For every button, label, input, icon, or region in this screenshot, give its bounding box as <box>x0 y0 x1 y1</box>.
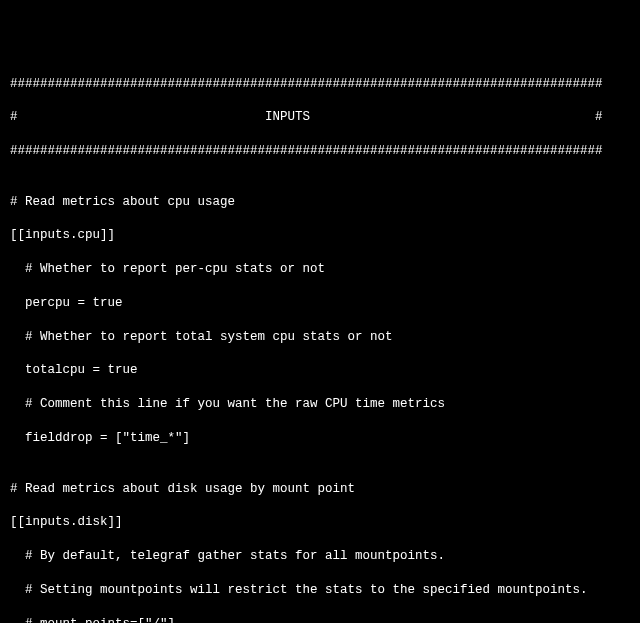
cpu-fielddrop: fielddrop = ["time_*"] <box>10 430 630 447</box>
cpu-percpu-comment: # Whether to report per-cpu stats or not <box>10 261 630 278</box>
cpu-totalcpu: totalcpu = true <box>10 362 630 379</box>
disk-comment: # Read metrics about disk usage by mount… <box>10 481 630 498</box>
cpu-totalcpu-comment: # Whether to report total system cpu sta… <box>10 329 630 346</box>
header-inputs: # INPUTS # <box>10 109 630 126</box>
disk-mountpoints: # mount_points=["/"] <box>10 616 630 624</box>
disk-mount-comment1: # By default, telegraf gather stats for … <box>10 548 630 565</box>
cpu-percpu: percpu = true <box>10 295 630 312</box>
cpu-fielddrop-comment: # Comment this line if you want the raw … <box>10 396 630 413</box>
disk-mount-comment2: # Setting mountpoints will restrict the … <box>10 582 630 599</box>
cpu-comment: # Read metrics about cpu usage <box>10 194 630 211</box>
cpu-section: [[inputs.cpu]] <box>10 227 630 244</box>
hr-bottom: ########################################… <box>10 143 630 160</box>
disk-section: [[inputs.disk]] <box>10 514 630 531</box>
hr-top: ########################################… <box>10 76 630 93</box>
